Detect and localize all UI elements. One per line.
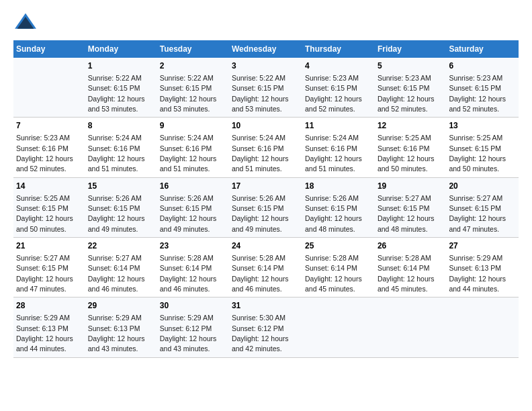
calendar-cell: 20Sunrise: 5:27 AMSunset: 6:15 PMDayligh… (446, 177, 519, 237)
calendar-cell: 2Sunrise: 5:22 AMSunset: 6:15 PMDaylight… (157, 58, 229, 118)
day-number: 14 (16, 181, 83, 192)
day-number: 15 (88, 181, 154, 192)
sunset-text: Sunset: 6:12 PM (160, 324, 212, 332)
calendar-cell (302, 298, 375, 357)
calendar-cell: 9Sunrise: 5:24 AMSunset: 6:16 PMDaylight… (157, 118, 229, 177)
calendar-cell: 16Sunrise: 5:26 AMSunset: 6:15 PMDayligh… (157, 177, 229, 237)
calendar-cell: 19Sunrise: 5:27 AMSunset: 6:15 PMDayligh… (375, 177, 447, 237)
sunrise-text: Sunrise: 5:22 AM (88, 74, 142, 82)
calendar-cell: 25Sunrise: 5:28 AMSunset: 6:14 PMDayligh… (302, 238, 375, 298)
calendar-cell: 7Sunrise: 5:23 AMSunset: 6:16 PMDaylight… (13, 118, 85, 177)
daylight-text: Daylight: 12 hours and 48 minutes. (378, 214, 435, 232)
sunrise-text: Sunrise: 5:27 AM (16, 254, 70, 262)
day-number: 12 (378, 120, 444, 132)
sunset-text: Sunset: 6:14 PM (88, 264, 140, 272)
calendar-cell (375, 298, 447, 357)
daylight-text: Daylight: 12 hours and 51 minutes. (305, 154, 362, 173)
day-number: 29 (88, 300, 154, 312)
sunrise-text: Sunrise: 5:24 AM (160, 134, 214, 142)
daylight-text: Daylight: 12 hours and 53 minutes. (88, 95, 145, 113)
sunset-text: Sunset: 6:16 PM (378, 144, 430, 152)
calendar-cell: 31Sunrise: 5:30 AMSunset: 6:12 PMDayligh… (229, 298, 302, 357)
sunrise-text: Sunrise: 5:27 AM (88, 254, 142, 262)
sunrise-text: Sunrise: 5:22 AM (232, 74, 285, 82)
calendar-cell: 3Sunrise: 5:22 AMSunset: 6:15 PMDaylight… (229, 58, 302, 118)
daylight-text: Daylight: 12 hours and 52 minutes. (16, 154, 73, 173)
daylight-text: Daylight: 12 hours and 48 minutes. (305, 214, 362, 232)
week-row-4: 28Sunrise: 5:29 AMSunset: 6:13 PMDayligh… (13, 298, 519, 357)
daylight-text: Daylight: 12 hours and 51 minutes. (232, 154, 289, 173)
daylight-text: Daylight: 12 hours and 49 minutes. (160, 214, 217, 232)
daylight-text: Daylight: 12 hours and 44 minutes. (16, 334, 73, 353)
daylight-text: Daylight: 12 hours and 43 minutes. (88, 334, 145, 353)
day-number: 27 (449, 240, 516, 252)
day-number: 11 (305, 120, 372, 132)
daylight-text: Daylight: 12 hours and 44 minutes. (449, 275, 506, 293)
sunrise-text: Sunrise: 5:25 AM (378, 134, 431, 142)
calendar-cell: 29Sunrise: 5:29 AMSunset: 6:13 PMDayligh… (85, 298, 157, 357)
daylight-text: Daylight: 12 hours and 52 minutes. (305, 95, 362, 113)
calendar-cell: 6Sunrise: 5:23 AMSunset: 6:15 PMDaylight… (446, 58, 519, 118)
calendar-cell: 23Sunrise: 5:28 AMSunset: 6:14 PMDayligh… (157, 238, 229, 298)
col-header-saturday: Saturday (446, 40, 519, 58)
calendar-cell: 4Sunrise: 5:23 AMSunset: 6:15 PMDaylight… (302, 58, 375, 118)
daylight-text: Daylight: 12 hours and 50 minutes. (16, 214, 73, 232)
daylight-text: Daylight: 12 hours and 52 minutes. (449, 95, 506, 113)
header (13, 12, 519, 32)
daylight-text: Daylight: 12 hours and 46 minutes. (232, 275, 289, 293)
calendar-cell: 14Sunrise: 5:25 AMSunset: 6:15 PMDayligh… (13, 177, 85, 237)
daylight-text: Daylight: 12 hours and 52 minutes. (378, 95, 435, 113)
sunset-text: Sunset: 6:15 PM (88, 204, 140, 212)
calendar-cell: 27Sunrise: 5:29 AMSunset: 6:13 PMDayligh… (446, 238, 519, 298)
day-number: 21 (16, 240, 83, 252)
calendar-cell: 28Sunrise: 5:29 AMSunset: 6:13 PMDayligh… (13, 298, 85, 357)
sunset-text: Sunset: 6:16 PM (232, 144, 284, 152)
daylight-text: Daylight: 12 hours and 43 minutes. (160, 334, 217, 353)
calendar-cell: 26Sunrise: 5:28 AMSunset: 6:14 PMDayligh… (375, 238, 447, 298)
calendar-cell: 18Sunrise: 5:26 AMSunset: 6:15 PMDayligh… (302, 177, 375, 237)
sunset-text: Sunset: 6:14 PM (378, 264, 430, 272)
sunrise-text: Sunrise: 5:29 AM (449, 254, 502, 262)
day-number: 30 (160, 300, 226, 312)
day-number: 3 (232, 60, 300, 72)
calendar-cell: 21Sunrise: 5:27 AMSunset: 6:15 PMDayligh… (13, 238, 85, 298)
sunrise-text: Sunrise: 5:28 AM (305, 254, 359, 262)
sunset-text: Sunset: 6:14 PM (160, 264, 212, 272)
sunset-text: Sunset: 6:16 PM (88, 144, 140, 152)
calendar-cell (446, 298, 519, 357)
daylight-text: Daylight: 12 hours and 47 minutes. (449, 214, 506, 232)
sunset-text: Sunset: 6:15 PM (378, 84, 430, 92)
day-number: 5 (378, 60, 444, 72)
day-number: 23 (160, 240, 226, 252)
sunset-text: Sunset: 6:15 PM (232, 84, 284, 92)
daylight-text: Daylight: 12 hours and 49 minutes. (88, 214, 145, 232)
calendar-cell: 12Sunrise: 5:25 AMSunset: 6:16 PMDayligh… (375, 118, 447, 177)
week-row-1: 7Sunrise: 5:23 AMSunset: 6:16 PMDaylight… (13, 118, 519, 177)
daylight-text: Daylight: 12 hours and 53 minutes. (232, 95, 289, 113)
col-header-tuesday: Tuesday (157, 40, 229, 58)
calendar-cell: 13Sunrise: 5:25 AMSunset: 6:15 PMDayligh… (446, 118, 519, 177)
daylight-text: Daylight: 12 hours and 49 minutes. (232, 214, 289, 232)
daylight-text: Daylight: 12 hours and 46 minutes. (160, 275, 217, 293)
sunrise-text: Sunrise: 5:24 AM (305, 134, 359, 142)
sunset-text: Sunset: 6:15 PM (305, 84, 357, 92)
daylight-text: Daylight: 12 hours and 51 minutes. (160, 154, 217, 173)
sunrise-text: Sunrise: 5:28 AM (160, 254, 214, 262)
sunset-text: Sunset: 6:15 PM (16, 204, 69, 212)
sunset-text: Sunset: 6:15 PM (449, 144, 501, 152)
sunrise-text: Sunrise: 5:22 AM (160, 74, 214, 82)
day-number: 31 (232, 300, 300, 312)
sunset-text: Sunset: 6:15 PM (16, 264, 69, 272)
calendar-cell: 22Sunrise: 5:27 AMSunset: 6:14 PMDayligh… (85, 238, 157, 298)
sunrise-text: Sunrise: 5:24 AM (88, 134, 142, 142)
daylight-text: Daylight: 12 hours and 47 minutes. (16, 275, 73, 293)
sunset-text: Sunset: 6:15 PM (449, 84, 501, 92)
week-row-3: 21Sunrise: 5:27 AMSunset: 6:15 PMDayligh… (13, 238, 519, 298)
sunrise-text: Sunrise: 5:23 AM (305, 74, 359, 82)
sunset-text: Sunset: 6:15 PM (449, 204, 501, 212)
week-row-2: 14Sunrise: 5:25 AMSunset: 6:15 PMDayligh… (13, 177, 519, 237)
day-number: 4 (305, 60, 372, 72)
sunset-text: Sunset: 6:15 PM (160, 84, 212, 92)
calendar-cell (13, 58, 85, 118)
calendar-cell: 30Sunrise: 5:29 AMSunset: 6:12 PMDayligh… (157, 298, 229, 357)
